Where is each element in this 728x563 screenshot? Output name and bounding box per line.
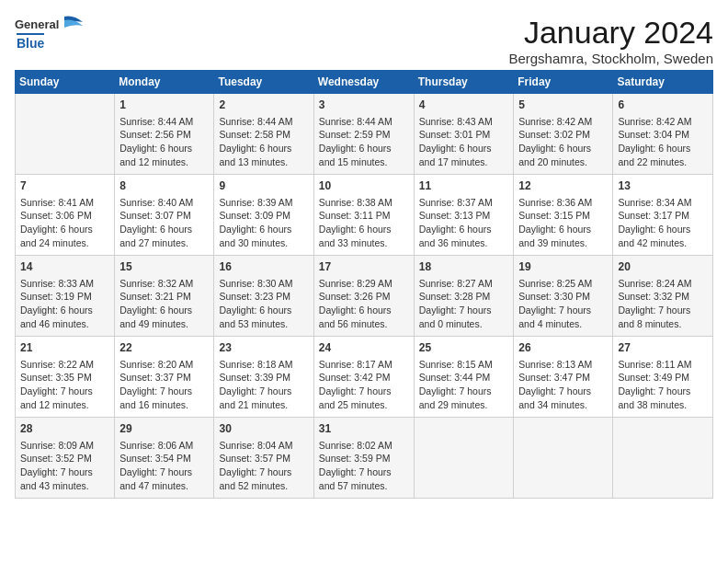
day-number: 1: [119, 98, 209, 113]
day-number: 2: [219, 98, 308, 113]
day-number: 4: [419, 98, 509, 113]
page-header: General Blue January 2024 Bergshamra, St…: [15, 15, 713, 66]
day-info: Sunrise: 8:22 AM Sunset: 3:35 PM Dayligh…: [20, 358, 109, 412]
day-number: 21: [20, 340, 109, 356]
calendar-cell: 30Sunrise: 8:04 AM Sunset: 3:57 PM Dayli…: [214, 418, 313, 499]
day-info: Sunrise: 8:13 AM Sunset: 3:47 PM Dayligh…: [518, 358, 608, 412]
calendar-cell: 24Sunrise: 8:17 AM Sunset: 3:42 PM Dayli…: [313, 337, 414, 418]
calendar-subtitle: Bergshamra, Stockholm, Sweden: [508, 51, 713, 66]
calendar-cell: 21Sunrise: 8:22 AM Sunset: 3:35 PM Dayli…: [16, 337, 115, 418]
day-number: 8: [119, 178, 209, 194]
calendar-cell: 23Sunrise: 8:18 AM Sunset: 3:39 PM Dayli…: [214, 337, 313, 418]
header-day: Tuesday: [214, 71, 313, 94]
day-info: Sunrise: 8:44 AM Sunset: 2:59 PM Dayligh…: [319, 115, 409, 169]
calendar-cell: 1Sunrise: 8:44 AM Sunset: 2:56 PM Daylig…: [115, 94, 214, 175]
calendar-cell: 10Sunrise: 8:38 AM Sunset: 3:11 PM Dayli…: [313, 175, 414, 256]
calendar-body: 1Sunrise: 8:44 AM Sunset: 2:56 PM Daylig…: [16, 94, 713, 499]
calendar-cell: 19Sunrise: 8:25 AM Sunset: 3:30 PM Dayli…: [514, 256, 613, 337]
logo: General Blue: [15, 15, 86, 51]
header-day: Saturday: [613, 71, 713, 94]
calendar-cell: 28Sunrise: 8:09 AM Sunset: 3:52 PM Dayli…: [16, 418, 115, 499]
calendar-cell: 4Sunrise: 8:43 AM Sunset: 3:01 PM Daylig…: [414, 94, 514, 175]
day-info: Sunrise: 8:34 AM Sunset: 3:17 PM Dayligh…: [618, 196, 708, 250]
day-number: 13: [618, 178, 708, 194]
day-info: Sunrise: 8:44 AM Sunset: 2:58 PM Dayligh…: [219, 115, 308, 169]
day-number: 22: [119, 340, 209, 356]
day-number: 10: [319, 178, 409, 194]
day-number: 24: [319, 340, 409, 356]
calendar-cell: 7Sunrise: 8:41 AM Sunset: 3:06 PM Daylig…: [16, 175, 115, 256]
day-number: 9: [219, 178, 308, 194]
logo-blue: Blue: [17, 33, 44, 51]
day-info: Sunrise: 8:44 AM Sunset: 2:56 PM Dayligh…: [119, 115, 209, 169]
calendar-week-row: 7Sunrise: 8:41 AM Sunset: 3:06 PM Daylig…: [16, 175, 713, 256]
calendar-cell: [16, 94, 115, 175]
calendar-cell: 27Sunrise: 8:11 AM Sunset: 3:49 PM Dayli…: [613, 337, 713, 418]
calendar-header-row: SundayMondayTuesdayWednesdayThursdayFrid…: [16, 71, 713, 94]
header-day: Friday: [514, 71, 613, 94]
day-info: Sunrise: 8:41 AM Sunset: 3:06 PM Dayligh…: [20, 196, 109, 250]
day-number: 20: [618, 259, 708, 275]
day-number: 23: [219, 340, 308, 356]
calendar-cell: 3Sunrise: 8:44 AM Sunset: 2:59 PM Daylig…: [313, 94, 414, 175]
day-info: Sunrise: 8:32 AM Sunset: 3:21 PM Dayligh…: [119, 277, 209, 331]
day-number: 3: [319, 98, 409, 113]
day-info: Sunrise: 8:06 AM Sunset: 3:54 PM Dayligh…: [119, 439, 209, 493]
day-info: Sunrise: 8:04 AM Sunset: 3:57 PM Dayligh…: [219, 439, 308, 493]
calendar-cell: 6Sunrise: 8:42 AM Sunset: 3:04 PM Daylig…: [613, 94, 713, 175]
header-day: Monday: [115, 71, 214, 94]
calendar-cell: 14Sunrise: 8:33 AM Sunset: 3:19 PM Dayli…: [16, 256, 115, 337]
day-info: Sunrise: 8:20 AM Sunset: 3:37 PM Dayligh…: [119, 358, 209, 412]
day-number: 26: [518, 340, 608, 356]
calendar-cell: 25Sunrise: 8:15 AM Sunset: 3:44 PM Dayli…: [414, 337, 514, 418]
day-info: Sunrise: 8:43 AM Sunset: 3:01 PM Dayligh…: [419, 115, 509, 169]
calendar-cell: 13Sunrise: 8:34 AM Sunset: 3:17 PM Dayli…: [613, 175, 713, 256]
day-number: 28: [20, 421, 109, 437]
day-info: Sunrise: 8:40 AM Sunset: 3:07 PM Dayligh…: [119, 196, 209, 250]
calendar-cell: 2Sunrise: 8:44 AM Sunset: 2:58 PM Daylig…: [214, 94, 313, 175]
day-info: Sunrise: 8:37 AM Sunset: 3:13 PM Dayligh…: [419, 196, 509, 250]
day-number: 18: [419, 259, 509, 275]
calendar-cell: 15Sunrise: 8:32 AM Sunset: 3:21 PM Dayli…: [115, 256, 214, 337]
day-info: Sunrise: 8:18 AM Sunset: 3:39 PM Dayligh…: [219, 358, 308, 412]
calendar-cell: 17Sunrise: 8:29 AM Sunset: 3:26 PM Dayli…: [313, 256, 414, 337]
title-block: January 2024 Bergshamra, Stockholm, Swed…: [508, 15, 713, 66]
calendar-cell: 20Sunrise: 8:24 AM Sunset: 3:32 PM Dayli…: [613, 256, 713, 337]
day-number: 16: [219, 259, 308, 275]
day-info: Sunrise: 8:42 AM Sunset: 3:04 PM Dayligh…: [618, 115, 708, 169]
calendar-title: January 2024: [508, 15, 713, 51]
calendar-cell: 11Sunrise: 8:37 AM Sunset: 3:13 PM Dayli…: [414, 175, 514, 256]
calendar-cell: 26Sunrise: 8:13 AM Sunset: 3:47 PM Dayli…: [514, 337, 613, 418]
day-number: 6: [618, 98, 708, 113]
calendar-cell: [613, 418, 713, 499]
day-number: 29: [119, 421, 209, 437]
calendar-cell: [414, 418, 514, 499]
day-info: Sunrise: 8:42 AM Sunset: 3:02 PM Dayligh…: [518, 115, 608, 169]
calendar-week-row: 14Sunrise: 8:33 AM Sunset: 3:19 PM Dayli…: [16, 256, 713, 337]
day-info: Sunrise: 8:24 AM Sunset: 3:32 PM Dayligh…: [618, 277, 708, 331]
day-info: Sunrise: 8:17 AM Sunset: 3:42 PM Dayligh…: [319, 358, 409, 412]
day-number: 12: [518, 178, 608, 194]
calendar-cell: 31Sunrise: 8:02 AM Sunset: 3:59 PM Dayli…: [313, 418, 414, 499]
day-info: Sunrise: 8:27 AM Sunset: 3:28 PM Dayligh…: [419, 277, 509, 331]
day-number: 30: [219, 421, 308, 437]
day-number: 7: [20, 178, 109, 194]
calendar-cell: 22Sunrise: 8:20 AM Sunset: 3:37 PM Dayli…: [115, 337, 214, 418]
day-number: 19: [518, 259, 608, 275]
header-day: Thursday: [414, 71, 514, 94]
calendar-cell: 8Sunrise: 8:40 AM Sunset: 3:07 PM Daylig…: [115, 175, 214, 256]
day-info: Sunrise: 8:02 AM Sunset: 3:59 PM Dayligh…: [319, 439, 409, 493]
calendar-week-row: 21Sunrise: 8:22 AM Sunset: 3:35 PM Dayli…: [16, 337, 713, 418]
calendar-cell: 18Sunrise: 8:27 AM Sunset: 3:28 PM Dayli…: [414, 256, 514, 337]
day-info: Sunrise: 8:39 AM Sunset: 3:09 PM Dayligh…: [219, 196, 308, 250]
day-number: 5: [518, 98, 608, 113]
header-day: Sunday: [16, 71, 115, 94]
calendar-cell: 12Sunrise: 8:36 AM Sunset: 3:15 PM Dayli…: [514, 175, 613, 256]
day-info: Sunrise: 8:15 AM Sunset: 3:44 PM Dayligh…: [419, 358, 509, 412]
day-number: 11: [419, 178, 509, 194]
day-info: Sunrise: 8:33 AM Sunset: 3:19 PM Dayligh…: [20, 277, 109, 331]
day-number: 15: [119, 259, 209, 275]
day-info: Sunrise: 8:38 AM Sunset: 3:11 PM Dayligh…: [319, 196, 409, 250]
day-number: 31: [319, 421, 409, 437]
calendar-cell: 5Sunrise: 8:42 AM Sunset: 3:02 PM Daylig…: [514, 94, 613, 175]
